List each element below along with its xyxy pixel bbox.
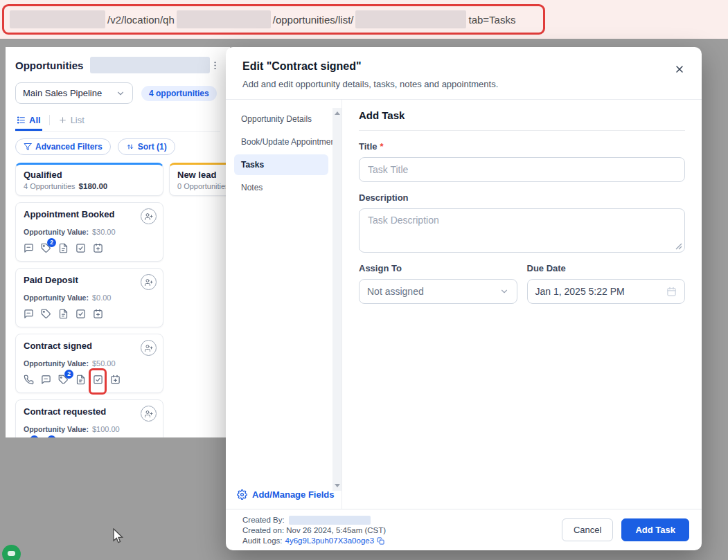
audit-meta: Created By: Created on: Nov 26 2024, 5:4… xyxy=(242,514,386,545)
due-date-input[interactable]: Jan 1, 2025 5:22 PM xyxy=(527,279,686,304)
assign-user-button[interactable] xyxy=(141,340,157,356)
created-on-text: Created on: Nov 26 2024, 5:45am (CST) xyxy=(242,525,386,535)
title-field-label: Title* xyxy=(359,141,685,152)
modal-header: Edit "Contract signed" Add and edit oppo… xyxy=(226,47,702,100)
calendar-plus-icon[interactable] xyxy=(93,309,103,322)
url-text-segment: tab=Tasks xyxy=(468,14,515,26)
file-icon[interactable] xyxy=(76,374,86,388)
opportunity-card-contract-requested[interactable]: Contract requestedOpportunity Value:$100… xyxy=(15,399,163,437)
cancel-button[interactable]: Cancel xyxy=(562,518,613,541)
check-square-icon[interactable] xyxy=(76,243,86,256)
message-icon[interactable] xyxy=(41,374,51,388)
description-field-wrap xyxy=(359,208,685,253)
scroll-up-icon[interactable] xyxy=(335,111,340,115)
add-task-button[interactable]: Add Task xyxy=(621,518,689,541)
kanban-board: Qualified4 Opportunities$180.00Appointme… xyxy=(15,163,220,437)
redacted-header-text xyxy=(90,57,210,73)
pipeline-row: Main Sales Pipeline 4 opportunities xyxy=(15,82,220,104)
assign-user-button[interactable] xyxy=(141,208,157,224)
tag-icon[interactable]: 2 xyxy=(41,243,51,256)
message-icon[interactable] xyxy=(24,309,34,322)
opportunity-value-row: Opportunity Value:$100.00 xyxy=(24,425,155,433)
tab-label: All xyxy=(29,115,41,125)
check-square-icon[interactable] xyxy=(76,309,86,322)
assign-to-select[interactable]: Not assigned xyxy=(359,279,517,304)
modal-nav-tasks[interactable]: Tasks xyxy=(234,154,328,175)
opportunity-card-appointment-booked[interactable]: Appointment BookedOpportunity Value:$30.… xyxy=(15,202,163,262)
assign-user-button[interactable] xyxy=(141,406,157,422)
sort-1--button[interactable]: Sort (1) xyxy=(118,138,175,155)
value-label: Opportunity Value: xyxy=(24,293,89,302)
count-badge: 2 xyxy=(64,370,73,379)
close-icon[interactable] xyxy=(671,61,688,78)
redacted-created-by xyxy=(289,516,371,525)
calendar-plus-icon[interactable] xyxy=(110,374,121,388)
task-description-input[interactable] xyxy=(359,208,685,253)
mouse-cursor xyxy=(111,528,126,548)
section-title: Add Task xyxy=(359,109,685,121)
column-header[interactable]: Qualified4 Opportunities$180.00 xyxy=(15,163,163,196)
add-manage-fields-link[interactable]: Add/Manage Fields xyxy=(237,489,334,500)
filter-icon xyxy=(24,143,32,151)
sort-icon xyxy=(126,143,134,151)
copy-icon[interactable] xyxy=(377,537,384,545)
phone-icon[interactable] xyxy=(24,374,34,388)
nav-scrollbar[interactable] xyxy=(332,108,341,491)
opportunities-panel: Opportunities Main Sales Pipeline 4 oppo… xyxy=(6,47,230,437)
screen: { "url_bar": { "segments": [ {"type": "r… xyxy=(0,0,728,560)
modal-nav-book-update-appointment[interactable]: Book/Update Appointment xyxy=(234,132,328,152)
tag-icon[interactable] xyxy=(41,309,51,322)
column-count: 0 Opportunities xyxy=(177,182,229,190)
opportunity-card-contract-signed[interactable]: Contract signedOpportunity Value:$50.002 xyxy=(15,334,163,393)
column-header[interactable]: New lead0 Opportunities xyxy=(169,163,230,196)
view-tabs: AllList xyxy=(15,112,220,132)
chevron-down-icon xyxy=(116,89,125,98)
modal-nav-opportunity-details[interactable]: Opportunity Details xyxy=(234,109,328,129)
column-summary: 0 Opportunities xyxy=(177,182,230,190)
assign-due-row: Assign To Not assigned Due Date Jan 1, 2… xyxy=(359,263,685,304)
calendar-plus-icon[interactable] xyxy=(93,243,103,256)
opportunity-value-row: Opportunity Value:$50.00 xyxy=(24,359,155,368)
page-title: Opportunities xyxy=(15,60,83,71)
resize-handle-icon[interactable] xyxy=(675,243,682,250)
pipeline-select[interactable]: Main Sales Pipeline xyxy=(15,82,133,104)
tag-icon[interactable]: 2 xyxy=(58,374,69,388)
advanced-filters-button[interactable]: Advanced Filters xyxy=(15,138,111,155)
assign-user-button[interactable] xyxy=(141,274,157,290)
column-name: Qualified xyxy=(24,170,155,180)
chat-widget[interactable] xyxy=(2,545,21,560)
tab-divider xyxy=(49,115,50,125)
modal-title: Edit "Contract signed" xyxy=(242,60,685,73)
value-label: Opportunity Value: xyxy=(24,228,89,236)
value-amount: $30.00 xyxy=(92,228,116,236)
url-text-segment: /v2/location/qh xyxy=(107,14,175,26)
opportunity-card-paid-deposit[interactable]: Paid DepositOpportunity Value:$0.00 xyxy=(15,268,163,327)
card-action-icons xyxy=(24,309,155,320)
column-cards: Appointment BookedOpportunity Value:$30.… xyxy=(15,202,163,437)
value-amount: $50.00 xyxy=(92,359,116,368)
button-label: Sort (1) xyxy=(138,142,167,152)
count-badge: 2 xyxy=(47,238,56,247)
created-by-label: Created By: xyxy=(242,515,285,525)
opportunity-value-row: Opportunity Value:$30.00 xyxy=(24,228,155,236)
modal-nav-notes[interactable]: Notes xyxy=(234,177,328,198)
tab-list[interactable]: List xyxy=(57,115,86,131)
file-icon[interactable] xyxy=(58,309,69,322)
pipeline-select-value: Main Sales Pipeline xyxy=(23,88,102,98)
more-options-icon[interactable] xyxy=(210,60,220,71)
value-label: Opportunity Value: xyxy=(24,425,89,433)
scroll-down-icon[interactable] xyxy=(335,484,340,487)
plus-icon xyxy=(58,116,67,125)
calendar-icon xyxy=(666,287,677,297)
audit-logs-label: Audit Logs: xyxy=(242,536,283,545)
check-square-icon[interactable] xyxy=(93,374,103,388)
filters-toolbar: Advanced FiltersSort (1) xyxy=(15,138,220,155)
tab-all[interactable]: All xyxy=(15,115,42,131)
kanban-column-qualified: Qualified4 Opportunities$180.00Appointme… xyxy=(15,163,163,437)
task-title-input[interactable] xyxy=(359,157,685,182)
audit-log-link[interactable]: 4y6g9L3puh07X3a0oge3 xyxy=(285,536,375,545)
due-date-value: Jan 1, 2025 5:22 PM xyxy=(535,286,625,297)
file-icon[interactable] xyxy=(58,243,69,256)
chevron-down-icon xyxy=(499,287,509,296)
message-icon[interactable] xyxy=(24,243,34,256)
